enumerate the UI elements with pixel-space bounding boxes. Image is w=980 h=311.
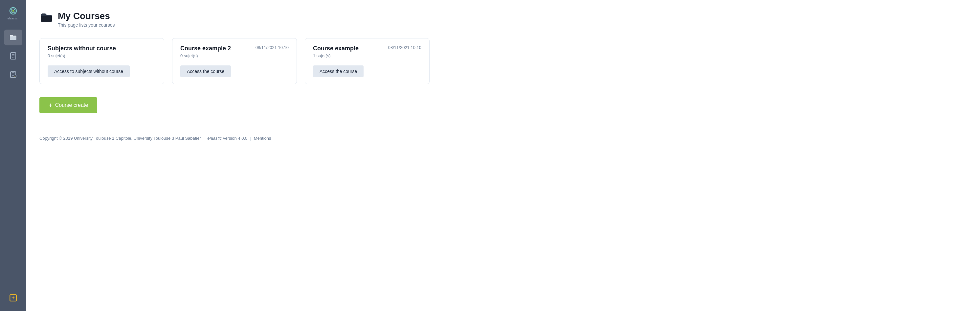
card-date: 08/11/2021 10:10 (256, 45, 289, 50)
document-icon (9, 52, 17, 60)
footer-copyright: Copyright © 2019 University Toulouse 1 C… (40, 136, 201, 141)
card-date: 08/11/2021 10:10 (388, 45, 422, 50)
course-card-subjects-without-course: Subjects without course 0 sujet(s) Acces… (40, 38, 164, 84)
sidebar-item-assignments[interactable]: + (4, 66, 22, 82)
page-header: My Courses This page lists your courses (40, 11, 967, 28)
folder-open-icon (9, 33, 18, 42)
footer-version-number: version 4.0.0 (223, 136, 247, 141)
sidebar-item-add[interactable] (4, 290, 22, 306)
sidebar-item-documents[interactable] (4, 48, 22, 64)
main-content: My Courses This page lists your courses … (26, 0, 980, 311)
card-subjects: 0 sujet(s) (180, 53, 289, 58)
page-title: My Courses (58, 11, 115, 22)
svg-text:elaastic: elaastic (8, 17, 18, 20)
footer-separator-1: | (204, 136, 205, 141)
sidebar: elaastic + (0, 0, 26, 311)
access-course-example-button[interactable]: Access the course (313, 65, 364, 77)
footer-version-prefix: elaastic (207, 136, 222, 141)
page-subtitle: This page lists your courses (58, 22, 115, 28)
card-header: Course example 2 08/11/2021 10:10 (180, 45, 289, 52)
card-title: Course example (313, 45, 359, 52)
page-header-icon (40, 11, 52, 27)
card-header: Subjects without course (48, 45, 156, 52)
course-create-label: Course create (55, 102, 88, 108)
footer: Copyright © 2019 University Toulouse 1 C… (40, 129, 967, 141)
card-title: Course example 2 (180, 45, 231, 52)
footer-mentions: Mentions (254, 136, 271, 141)
footer-version: elaastic version 4.0.0 (207, 136, 247, 141)
logo[interactable]: elaastic (5, 5, 21, 22)
courses-header-icon (40, 11, 52, 24)
page-header-text: My Courses This page lists your courses (58, 11, 115, 28)
footer-separator-2: | (250, 136, 251, 141)
clipboard-icon: + (9, 70, 17, 78)
course-create-button[interactable]: + Course create (40, 97, 97, 113)
course-card-example: Course example 08/11/2021 10:10 1 sujet(… (305, 38, 430, 84)
sidebar-nav: + (0, 30, 26, 82)
card-title: Subjects without course (48, 45, 116, 52)
access-course-example-2-button[interactable]: Access the course (180, 65, 231, 77)
svg-point-2 (13, 10, 14, 12)
access-subjects-without-course-button[interactable]: Access to subjects without course (48, 65, 130, 77)
add-box-icon (9, 293, 18, 302)
card-subjects: 1 sujet(s) (313, 53, 422, 58)
card-subjects: 0 sujet(s) (48, 53, 156, 58)
cards-container: Subjects without course 0 sujet(s) Acces… (40, 38, 967, 84)
svg-text:+: + (14, 75, 16, 77)
course-card-example-2: Course example 2 08/11/2021 10:10 0 suje… (172, 38, 297, 84)
plus-icon: + (49, 102, 52, 108)
card-header: Course example 08/11/2021 10:10 (313, 45, 422, 52)
sidebar-item-courses[interactable] (4, 30, 22, 45)
sidebar-bottom (4, 290, 22, 306)
